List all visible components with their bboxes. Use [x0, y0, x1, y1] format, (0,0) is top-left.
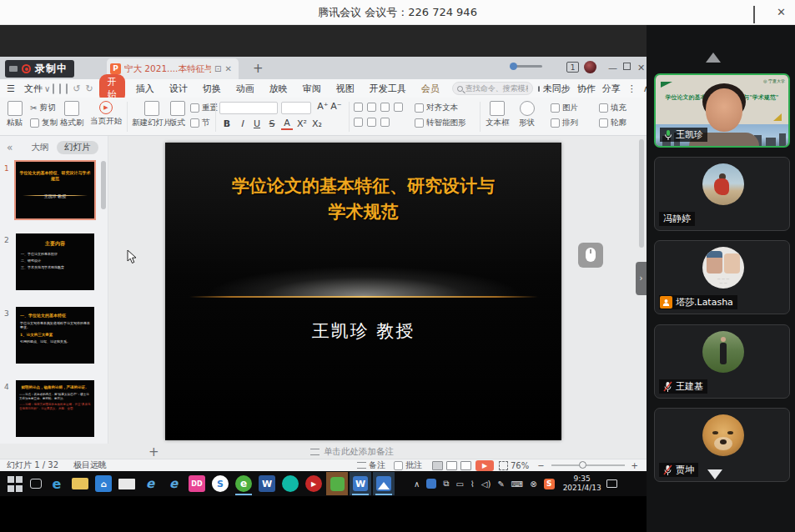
close-tab-icon[interactable]: ✕	[224, 64, 231, 73]
shapes-button[interactable]: 形状	[519, 101, 535, 128]
font-name-combo[interactable]	[219, 102, 278, 114]
bullet-list-icon[interactable]	[354, 103, 363, 112]
new-tab-button[interactable]: +	[253, 61, 264, 76]
font-color-button[interactable]: A	[281, 118, 293, 130]
tray-battery-icon[interactable]: ▭	[455, 479, 463, 489]
fit-to-window-icon[interactable]	[499, 461, 508, 470]
tray-display-icon[interactable]: ⧉	[443, 479, 449, 489]
strikethrough-button[interactable]: S	[266, 118, 278, 129]
play-from-page-button[interactable]: ▶ 当页开始	[90, 101, 122, 127]
bold-button[interactable]: B	[221, 118, 233, 129]
tray-pen-icon[interactable]: ✎	[497, 479, 504, 489]
slide-thumbnail-4[interactable]: 鲜明的论点，确凿的论据，严谨的论证。 ——论点：表达者的观点，是"摆事实讲道理"…	[16, 380, 94, 437]
close-button[interactable]: ✕	[777, 7, 788, 18]
member-button[interactable]: 会员	[414, 83, 447, 95]
hamburger-icon[interactable]: ☰	[0, 83, 23, 94]
minimize-button[interactable]	[730, 7, 742, 18]
wps-close-button[interactable]: ✕	[637, 63, 645, 73]
account-avatar[interactable]	[584, 61, 596, 73]
pin-tab-icon[interactable]: ⊡	[214, 64, 221, 73]
tray-close-icon[interactable]: ⊗	[530, 479, 536, 489]
tray-volume-icon[interactable]: ◁)	[481, 479, 491, 489]
theme-name[interactable]: 极目远眺	[73, 459, 107, 471]
underline-button[interactable]: U	[251, 118, 263, 129]
collaborate-button[interactable]: 协作	[574, 83, 599, 95]
file-explorer-icon[interactable]	[72, 478, 88, 489]
add-slide-button[interactable]: +	[148, 444, 159, 459]
indent-increase-icon[interactable]	[394, 103, 403, 112]
format-painter-button[interactable]: 格式刷	[60, 101, 84, 128]
cut-button[interactable]: ✂ 剪切	[30, 103, 55, 113]
redo-icon[interactable]: ↻	[85, 83, 93, 94]
export-icon[interactable]	[66, 83, 68, 94]
slideshow-play-button[interactable]: ▶	[475, 460, 494, 471]
align-left-icon[interactable]	[354, 118, 363, 127]
zoom-slider[interactable]	[551, 464, 625, 466]
section-button[interactable]: 节	[190, 118, 210, 128]
slide-thumbnail-2[interactable]: 主要内容 一、学位论文的基本特征 二、研究设计 三、学术失范与学术规范教育	[16, 233, 94, 290]
share-button[interactable]: 分享	[599, 83, 624, 95]
increase-font-icon[interactable]: A⁺	[317, 101, 329, 112]
collapse-panel-icon[interactable]: «	[7, 142, 13, 153]
notes-toggle[interactable]: 备注	[369, 459, 385, 471]
smart-graphic-button[interactable]: 转智能图形	[415, 118, 466, 128]
reading-view-icon[interactable]	[460, 461, 471, 470]
tray-clock[interactable]: 9:35 2021/4/13	[563, 474, 601, 493]
document-tab[interactable]: P 宁大 2021....本特征与研究设计 ⊡ ✕	[107, 58, 239, 79]
participant-tile-wangkaizhen[interactable]: ◎ 宁夏大学 学位论文的基本特征·研究设计与"学术规范" 王凯珍 教授	[654, 73, 790, 148]
participant-tile-fengjingting[interactable]: 冯静婷	[654, 157, 790, 231]
thumbnail-scrollbar[interactable]	[101, 161, 106, 209]
outline-button[interactable]: 轮廓	[599, 118, 626, 128]
tray-keyboard-icon[interactable]: ⌨	[511, 479, 523, 489]
dd-app-icon[interactable]: DD	[189, 475, 205, 492]
tray-network-icon[interactable]: ⌇	[470, 479, 475, 489]
menu-insert[interactable]: 插入	[128, 83, 162, 95]
ie-icon-2[interactable]: e	[165, 475, 182, 492]
numbered-list-icon[interactable]	[367, 103, 376, 112]
save-icon[interactable]	[53, 83, 54, 94]
fill-button[interactable]: 填充	[599, 103, 626, 113]
collapse-ribbon-icon[interactable]: ∧	[640, 83, 647, 94]
indent-decrease-icon[interactable]	[380, 103, 390, 112]
font-size-combo[interactable]	[281, 102, 311, 114]
menu-slideshow[interactable]: 放映	[262, 83, 295, 95]
slide-thumbnail-1[interactable]: 学位论文的基本特征、研究设计与学术规范 王凯珍 教授	[16, 162, 94, 218]
menu-devtools[interactable]: 开发工具	[362, 83, 414, 95]
start-button[interactable]	[7, 475, 23, 492]
zoom-slider-handle[interactable]	[579, 461, 586, 469]
mini-slider[interactable]	[511, 65, 542, 68]
slide-sorter-view-icon[interactable]	[446, 461, 457, 470]
scroll-down-icon[interactable]	[707, 469, 722, 479]
wechat-box[interactable]	[326, 472, 348, 495]
superscript-button[interactable]: X²	[296, 118, 308, 129]
paste-button[interactable]: 粘贴	[7, 101, 23, 128]
wps-restore-button[interactable]	[623, 62, 631, 73]
main-slide[interactable]: 学位论文的基本特征、研究设计与 学术规范 王凯珍 教授	[165, 143, 561, 440]
layout-button[interactable]: 版式	[169, 101, 185, 128]
zoom-in-button[interactable]: +	[631, 461, 638, 470]
tray-sogou-icon[interactable]: S	[544, 479, 555, 489]
line-spacing-icon[interactable]	[380, 118, 390, 127]
sogou-icon[interactable]: S	[212, 475, 229, 492]
decrease-font-icon[interactable]: A⁻	[330, 101, 342, 112]
picture-button[interactable]: 图片	[551, 103, 578, 113]
reset-button[interactable]: 重置	[190, 103, 218, 113]
normal-view-icon[interactable]	[432, 461, 443, 470]
subscript-button[interactable]: X₂	[311, 118, 323, 129]
action-center-icon[interactable]	[606, 479, 617, 488]
menu-transition[interactable]: 切换	[195, 83, 229, 95]
zoom-level[interactable]: 76%	[511, 461, 529, 470]
menu-view[interactable]: 视图	[329, 83, 362, 95]
file-menu[interactable]: 文件	[23, 83, 44, 95]
sync-status[interactable]: 未同步	[540, 83, 574, 95]
expand-sidebar-handle[interactable]: ›	[636, 262, 647, 295]
green-browser-box[interactable]: e	[233, 472, 254, 495]
menu-design[interactable]: 设计	[162, 83, 195, 95]
command-search-box[interactable]: 查找命令、搜索模板	[452, 82, 533, 95]
align-center-icon[interactable]	[367, 118, 376, 127]
pointer-tool-button[interactable]	[578, 243, 603, 268]
tray-chevron-icon[interactable]: ∧	[414, 479, 420, 489]
zoom-out-button[interactable]: −	[537, 461, 544, 470]
align-text-button[interactable]: 对齐文本	[415, 103, 458, 113]
participant-tile-latasha[interactable]: — — —— — 塔莎.Latasha	[654, 240, 790, 314]
